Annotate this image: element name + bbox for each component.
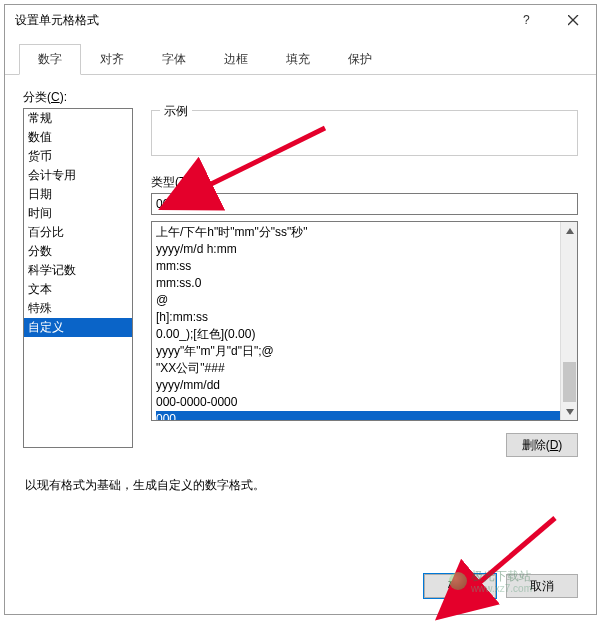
right-column: 示例 类型(T): 上午/下午h"时"mm"分"ss"秒" yyyy/m/d h… [151,108,578,457]
category-item[interactable]: 分数 [24,242,132,261]
tab-protection[interactable]: 保护 [329,44,391,75]
tab-bar: 数字 对齐 字体 边框 填充 保护 [5,35,596,75]
format-item-selected[interactable]: 000 [156,411,560,420]
hint-text: 以现有格式为基础，生成自定义的数字格式。 [23,477,578,494]
ok-button[interactable]: 确定 [424,574,496,598]
type-input[interactable] [151,193,578,215]
dialog-body: 分类(C): 常规 数值 货币 会计专用 日期 时间 百分比 分数 科学记数 文… [5,75,596,494]
category-item[interactable]: 会计专用 [24,166,132,185]
close-icon [568,15,579,26]
format-listbox[interactable]: 上午/下午h"时"mm"分"ss"秒" yyyy/m/d h:mm mm:ss … [151,221,578,421]
close-button[interactable] [550,5,596,35]
scroll-down-arrow-icon[interactable] [561,403,578,420]
svg-text:?: ? [523,14,530,26]
category-item-custom[interactable]: 自定义 [24,318,132,337]
dialog-footer: 确定 取消 [424,574,578,598]
tab-font[interactable]: 字体 [143,44,205,75]
scroll-up-arrow-icon[interactable] [561,222,578,239]
format-item[interactable]: yyyy/mm/dd [156,377,560,394]
category-item[interactable]: 数值 [24,128,132,147]
category-item[interactable]: 常规 [24,109,132,128]
format-item[interactable]: yyyy/m/d h:mm [156,241,560,258]
sample-legend: 示例 [160,103,192,120]
format-cells-dialog: 设置单元格格式 ? 数字 对齐 字体 边框 填充 保护 分类(C): 常规 数值 [4,4,597,615]
dialog-title: 设置单元格格式 [15,12,504,29]
scrollbar-thumb[interactable] [563,362,576,402]
tab-fill[interactable]: 填充 [267,44,329,75]
format-item[interactable]: @ [156,292,560,309]
format-item[interactable]: 000-0000-0000 [156,394,560,411]
category-item[interactable]: 科学记数 [24,261,132,280]
category-item[interactable]: 文本 [24,280,132,299]
category-item[interactable]: 时间 [24,204,132,223]
format-item[interactable]: 上午/下午h"时"mm"分"ss"秒" [156,224,560,241]
category-label: 分类(C): [23,89,578,106]
format-scrollbar[interactable] [560,222,577,420]
tab-border[interactable]: 边框 [205,44,267,75]
tab-number[interactable]: 数字 [19,44,81,75]
type-label: 类型(T): [151,174,578,191]
svg-marker-3 [566,228,574,234]
category-item[interactable]: 货币 [24,147,132,166]
cancel-button[interactable]: 取消 [506,574,578,598]
sample-group: 示例 [151,110,578,156]
format-item[interactable]: yyyy"年"m"月"d"日";@ [156,343,560,360]
format-item[interactable]: mm:ss.0 [156,275,560,292]
category-item[interactable]: 特殊 [24,299,132,318]
format-item[interactable]: [h]:mm:ss [156,309,560,326]
format-item[interactable]: mm:ss [156,258,560,275]
tab-alignment[interactable]: 对齐 [81,44,143,75]
format-item[interactable]: "XX公司"### [156,360,560,377]
category-item[interactable]: 日期 [24,185,132,204]
titlebar: 设置单元格格式 ? [5,5,596,35]
category-listbox[interactable]: 常规 数值 货币 会计专用 日期 时间 百分比 分数 科学记数 文本 特殊 自定… [23,108,133,448]
category-item[interactable]: 百分比 [24,223,132,242]
help-button[interactable]: ? [504,5,550,35]
svg-marker-4 [566,409,574,415]
delete-button[interactable]: 删除(D) [506,433,578,457]
format-item[interactable]: 0.00_);[红色](0.00) [156,326,560,343]
